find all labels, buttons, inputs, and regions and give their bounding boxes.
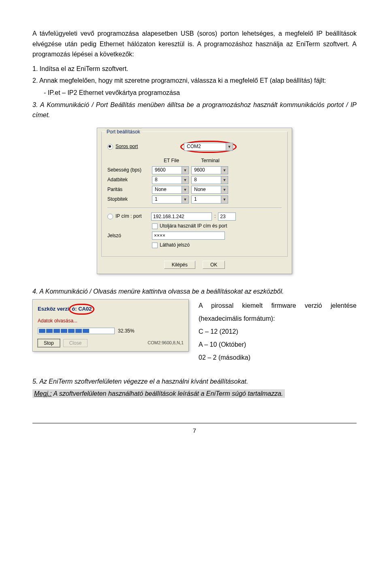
chevron-down-icon[interactable]: ▼ (221, 176, 228, 184)
parity-et-val: None (152, 186, 182, 193)
parity-term-dropdown[interactable]: None▼ (191, 186, 228, 194)
step-4-text: 4. A Kommunikáció / Olvasás menüre katti… (32, 288, 284, 295)
password-input[interactable] (152, 232, 225, 240)
progress-row: 32.35% (38, 327, 184, 335)
reading-button-row: Stop Close COM2:9600,8,N,1 (38, 339, 184, 347)
step-1-text: 1. Indítsa el az EniTerm szoftvert. (32, 65, 128, 72)
fw-line2: C – 12 (2012) (199, 328, 238, 335)
stopbits-row: Stopbitek 1▼ 1▼ (107, 195, 282, 204)
show-password-row: Látható jelszó (152, 241, 282, 249)
chevron-down-icon[interactable]: ▼ (221, 186, 228, 193)
last-ip-row: Utoljára használt IP cím és port (152, 222, 282, 230)
parity-row: Paritás None▼ None▼ (107, 186, 282, 194)
column-headers: ET File Terminal (152, 157, 282, 165)
speed-et-val: 9600 (152, 166, 182, 174)
ip-colon: : (214, 212, 216, 220)
step-2-sub: - IP.et – IP2 Ethernet vevőkártya progra… (44, 88, 357, 98)
parity-et-dropdown[interactable]: None▼ (152, 186, 189, 194)
chevron-down-icon[interactable]: ▼ (182, 167, 188, 174)
step-2: 2. Annak megfelelően, hogy mit szeretne … (32, 75, 357, 86)
chevron-down-icon[interactable]: ▼ (221, 196, 228, 203)
step-5-text: 5. Az EniTerm szoftverfelületen végezze … (32, 378, 248, 385)
groupbox-title: Port beállítások (105, 128, 142, 136)
databits-label: Adatbitek (107, 176, 152, 184)
reading-dialog: Eszköz verzió: CA02 Adatok olvasása... 3… (32, 299, 189, 352)
stopbits-et-val: 1 (152, 195, 182, 203)
firmware-explanation: A pirossal kiemelt firmware verzió jelen… (199, 299, 357, 364)
ip-port-input[interactable] (218, 212, 236, 221)
com-port-dropdown[interactable]: COM2 ▼ (184, 143, 233, 151)
serial-port-row: Soros port COM2 ▼ (107, 141, 282, 153)
device-version-line: Eszköz verzió: CA02 (38, 304, 184, 315)
step-3: 3. A Kommunikáció / Port Beállítás menüb… (32, 100, 357, 120)
device-version-value: CA02 (78, 306, 92, 312)
chevron-down-icon[interactable]: ▼ (221, 167, 228, 174)
speed-et-dropdown[interactable]: 9600▼ (152, 166, 189, 174)
checkbox-last-ip[interactable] (152, 223, 158, 229)
device-version-label: Eszköz verzi (38, 306, 69, 312)
com-status: COM2:9600,8,N,1 (147, 339, 184, 347)
com-port-value: COM2 (184, 143, 226, 150)
note-prefix: Megj.: (34, 390, 52, 397)
col-terminal: Terminal (191, 157, 230, 165)
parity-label: Paritás (107, 186, 152, 193)
password-row: Jelszó (107, 232, 282, 240)
chevron-down-icon[interactable]: ▼ (226, 143, 233, 150)
step-3-text: 3. A Kommunikáció / Port Beállítás menüb… (32, 101, 357, 119)
progress-percent: 32.35% (118, 327, 135, 335)
dialog-button-row: Kilépés OK (101, 261, 288, 269)
show-password-label[interactable]: Látható jelszó (160, 241, 190, 249)
speed-term-dropdown[interactable]: 9600▼ (191, 166, 228, 174)
speed-row: Sebesség (bps) 9600▼ 9600▼ (107, 166, 282, 174)
exit-button[interactable]: Kilépés (164, 261, 195, 269)
stopbits-term-dropdown[interactable]: 1▼ (191, 195, 228, 204)
page-footer: 7 (32, 423, 357, 436)
serial-port-label[interactable]: Soros port (115, 143, 180, 150)
last-ip-label[interactable]: Utoljára használt IP cím és port (160, 222, 227, 230)
stopbits-label: Stopbitek (107, 195, 152, 203)
ip-row: IP cím : port : (107, 212, 282, 221)
intro-paragraph: A távfelügyeleti vevő programozása alape… (32, 28, 357, 60)
step-5: 5. Az EniTerm szoftverfelületen végezze … (32, 376, 357, 387)
speed-term-val: 9600 (192, 166, 221, 174)
ip-label[interactable]: IP cím : port (115, 212, 151, 220)
radio-ip-icon[interactable] (107, 212, 115, 220)
port-settings-dialog: Port beállítások Soros port COM2 ▼ ET Fi… (97, 128, 292, 275)
page-number: 7 (193, 427, 196, 434)
chevron-down-icon[interactable]: ▼ (182, 186, 188, 193)
stop-button[interactable]: Stop (38, 339, 60, 347)
col-et-file: ET File (152, 157, 191, 165)
progress-bar (38, 328, 115, 334)
radio-serial-icon[interactable] (107, 143, 115, 150)
close-button: Close (63, 339, 88, 347)
note-text: A szoftverfelületen használható beállítá… (52, 390, 283, 397)
step-1: 1. Indítsa el az EniTerm szoftvert. (32, 64, 357, 74)
separator (107, 208, 282, 208)
note-bg: Megj.: A szoftverfelületen használható b… (32, 389, 285, 398)
ok-button[interactable]: OK (203, 261, 225, 269)
step-2-text: 2. Annak megfelelően, hogy mit szeretne … (32, 77, 326, 84)
parity-term-val: None (192, 186, 221, 193)
step-4: 4. A Kommunikáció / Olvasás menüre katti… (32, 286, 357, 297)
intro-text: A távfelügyeleti vevő programozása alape… (32, 30, 357, 58)
databits-et-dropdown[interactable]: 8▼ (152, 176, 189, 184)
password-label: Jelszó (107, 232, 152, 240)
fw-line1: A pirossal kiemelt firmware verzió jelen… (199, 302, 357, 322)
ip-address-input[interactable] (151, 212, 212, 221)
reading-status: Adatok olvasása... (38, 317, 184, 325)
step-2-sub-text: - IP.et – IP2 Ethernet vevőkártya progra… (44, 89, 180, 96)
port-settings-dialog-wrap: Port beállítások Soros port COM2 ▼ ET Fi… (32, 128, 357, 275)
com-highlight-ellipse: COM2 ▼ (180, 141, 237, 153)
note-line: Megj.: A szoftverfelületen használható b… (32, 388, 357, 399)
version-label-suffix: ó: (72, 306, 78, 312)
version-highlight-ellipse: ó: CA02 (69, 304, 94, 315)
databits-term-dropdown[interactable]: 8▼ (191, 176, 228, 184)
databits-term-val: 8 (192, 176, 221, 184)
databits-row: Adatbitek 8▼ 8▼ (107, 176, 282, 184)
checkbox-show-password[interactable] (152, 242, 158, 248)
chevron-down-icon[interactable]: ▼ (182, 196, 188, 203)
stopbits-term-val: 1 (192, 195, 221, 203)
chevron-down-icon[interactable]: ▼ (182, 176, 188, 184)
stopbits-et-dropdown[interactable]: 1▼ (152, 195, 189, 204)
databits-et-val: 8 (152, 176, 182, 184)
